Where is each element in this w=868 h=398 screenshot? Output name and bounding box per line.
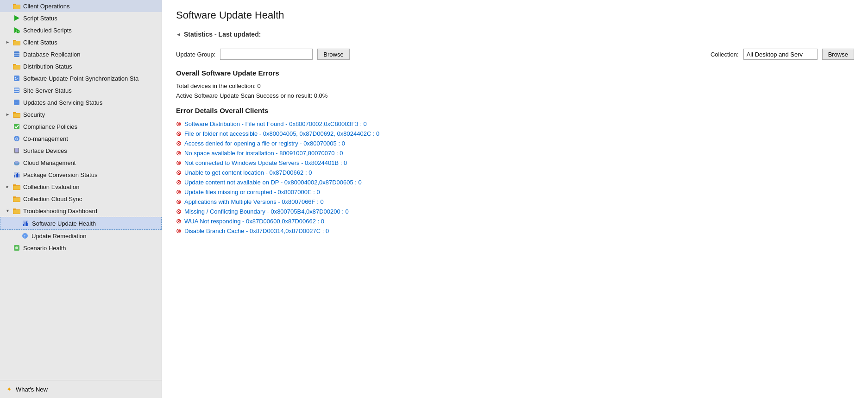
icon-scenario-health <box>13 244 20 252</box>
error-link-11[interactable]: Disable Branch Cache - 0x87D00314,0x87D0… <box>184 227 329 234</box>
collection-label: Collection: <box>711 51 739 58</box>
sidebar-item-compliance-policies[interactable]: Compliance Policies <box>0 120 162 133</box>
sidebar-item-site-server-status[interactable]: Site Server Status <box>0 84 162 96</box>
icon-compliance-policies <box>13 123 20 130</box>
error-link-5[interactable]: Unable to get content location - 0x87D00… <box>184 169 312 176</box>
icon-package-conversion-status <box>13 171 20 178</box>
star-icon: ✦ <box>6 385 13 393</box>
sidebar-item-distribution-status[interactable]: Distribution Status <box>0 60 162 72</box>
sidebar-item-client-operations[interactable]: Client Operations <box>0 0 162 12</box>
statistics-header: ◄ Statistics - Last updated: <box>176 31 854 40</box>
label-database-replication: Database Replication <box>23 51 81 58</box>
error-icon-1: ⊗ <box>176 130 182 137</box>
svg-text:↻: ↻ <box>14 76 18 81</box>
error-item-11: ⊗Disable Branch Cache - 0x87D00314,0x87D… <box>176 227 854 234</box>
icon-client-operations <box>13 2 20 10</box>
label-scenario-health: Scenario Health <box>23 245 66 252</box>
sidebar-item-security[interactable]: ►Security <box>0 108 162 120</box>
expand-arrow-troubleshooting-dashboard: ▼ <box>6 208 10 213</box>
icon-surface-devices <box>13 147 20 154</box>
sidebar-item-update-remediation[interactable]: ↑Update Remediation <box>0 230 162 242</box>
icon-collection-evaluation <box>13 183 20 190</box>
svg-rect-51 <box>23 224 24 226</box>
svg-rect-54 <box>27 223 28 226</box>
error-link-0[interactable]: Software Distribution - File not Found -… <box>184 120 367 127</box>
sidebar-item-database-replication[interactable]: Database Replication <box>0 48 162 60</box>
svg-rect-37 <box>14 175 15 177</box>
label-security: Security <box>23 111 45 118</box>
error-list: ⊗Software Distribution - File not Found … <box>176 120 854 234</box>
sidebar-item-co-management[interactable]: ⚙Co-management <box>0 133 162 145</box>
label-software-update-health: Software Update Health <box>32 220 96 227</box>
sidebar-item-client-status[interactable]: ►Client Status <box>0 36 162 48</box>
svg-rect-31 <box>15 148 19 152</box>
label-site-server-status: Site Server Status <box>23 87 72 94</box>
svg-rect-20 <box>14 88 19 90</box>
error-link-4[interactable]: Not connected to Windows Update Servers … <box>184 159 347 166</box>
error-icon-4: ⊗ <box>176 159 182 166</box>
filter-row: Update Group: Browse Collection: Browse <box>176 49 854 60</box>
svg-rect-16 <box>13 65 20 69</box>
error-item-7: ⊗Update files missing or corrupted - 0x8… <box>176 188 854 196</box>
svg-rect-11 <box>14 51 19 57</box>
error-link-6[interactable]: Update content not available on DP - 0x8… <box>184 179 362 186</box>
icon-cloud-management <box>13 159 20 166</box>
svg-rect-39 <box>17 173 18 177</box>
icon-update-remediation: ↑ <box>21 232 29 240</box>
icon-site-server-status <box>13 87 20 94</box>
sidebar-item-updates-servicing-status[interactable]: ↑Updates and Servicing Status <box>0 96 162 108</box>
sidebar-item-software-update-point-sync[interactable]: ↻Software Update Point Synchronization S… <box>0 72 162 84</box>
icon-co-management: ⚙ <box>13 135 20 142</box>
svg-point-58 <box>15 246 18 249</box>
error-item-10: ⊗WUA Not responding - 0x87D00600,0x87D00… <box>176 217 854 225</box>
error-link-8[interactable]: Applications with Multiple Versions - 0x… <box>184 198 324 205</box>
sidebar-item-whats-new[interactable]: ✦ What's New <box>0 383 162 395</box>
sidebar-item-surface-devices[interactable]: Surface Devices <box>0 145 162 157</box>
svg-rect-19 <box>14 88 19 93</box>
label-collection-evaluation: Collection Evaluation <box>23 183 79 190</box>
error-icon-5: ⊗ <box>176 169 182 176</box>
error-link-3[interactable]: No space available for installation - 80… <box>184 150 343 157</box>
sidebar-item-scheduled-scripts[interactable]: Scheduled Scripts <box>0 24 162 36</box>
error-link-10[interactable]: WUA Not responding - 0x87D00600,0x87D006… <box>184 218 324 225</box>
icon-script-status <box>13 14 20 22</box>
sidebar-item-scenario-health[interactable]: Scenario Health <box>0 242 162 254</box>
error-link-2[interactable]: Access denied for opening a file or regi… <box>184 140 345 147</box>
section-divider <box>176 41 854 41</box>
label-surface-devices: Surface Devices <box>23 147 67 154</box>
whats-new-label: What's New <box>16 386 48 393</box>
sidebar-item-cloud-management[interactable]: Cloud Management <box>0 157 162 169</box>
sidebar-item-collection-evaluation[interactable]: ►Collection Evaluation <box>0 181 162 193</box>
update-group-input[interactable] <box>220 49 313 60</box>
collection-input[interactable] <box>743 49 818 60</box>
svg-rect-27 <box>14 124 19 129</box>
svg-text:↑: ↑ <box>15 100 17 105</box>
error-link-1[interactable]: File or folder not accessible - 0x800040… <box>184 130 379 137</box>
scan-success-text: Active Software Update Scan Success or n… <box>176 92 854 99</box>
collection-browse-button[interactable]: Browse <box>822 49 854 60</box>
expand-arrow-collection-evaluation: ► <box>6 184 10 189</box>
svg-rect-38 <box>16 174 17 177</box>
update-group-browse-button[interactable]: Browse <box>317 49 349 60</box>
sidebar-item-package-conversion-status[interactable]: Package Conversion Status <box>0 169 162 181</box>
sidebar-item-collection-cloud-sync[interactable]: Collection Cloud Sync <box>0 193 162 205</box>
error-link-9[interactable]: Missing / Conflicting Boundary - 0x80070… <box>184 208 349 215</box>
error-link-7[interactable]: Update files missing or corrupted - 0x80… <box>184 189 320 196</box>
error-item-1: ⊗File or folder not accessible - 0x80004… <box>176 130 854 137</box>
svg-text:↑: ↑ <box>24 234 26 239</box>
statistics-label: Statistics - Last updated: <box>184 31 261 38</box>
error-icon-7: ⊗ <box>176 188 182 196</box>
error-item-6: ⊗Update content not available on DP - 0x… <box>176 178 854 186</box>
error-icon-10: ⊗ <box>176 217 182 225</box>
update-group-label: Update Group: <box>176 51 215 58</box>
collapse-arrow-icon[interactable]: ◄ <box>176 32 181 37</box>
icon-security <box>13 111 20 118</box>
sidebar-item-troubleshooting-dashboard[interactable]: ▼Troubleshooting Dashboard <box>0 205 162 217</box>
sidebar-item-software-update-health[interactable]: Software Update Health <box>0 217 162 230</box>
error-item-2: ⊗Access denied for opening a file or reg… <box>176 139 854 147</box>
svg-text:⚙: ⚙ <box>15 137 19 141</box>
sidebar-bottom: ✦ What's New <box>0 380 162 398</box>
svg-rect-21 <box>14 91 19 92</box>
icon-client-status <box>13 38 20 46</box>
sidebar-item-script-status[interactable]: Script Status <box>0 12 162 24</box>
